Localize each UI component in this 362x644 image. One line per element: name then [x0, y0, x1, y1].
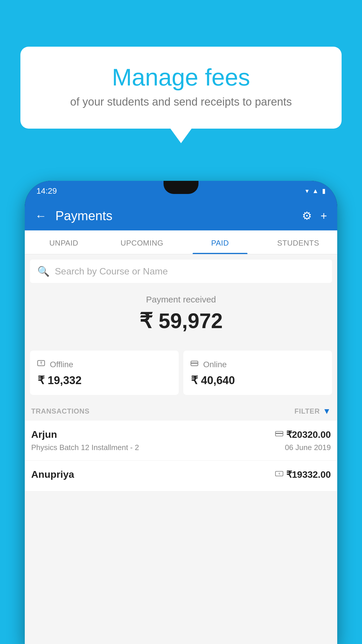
transaction-name: Anupriya	[31, 469, 74, 480]
phone-frame: 14:29 ▾ ▲ ▮ ← Payments ⚙ + UNPAID UPCOMI…	[25, 181, 337, 644]
payment-received-label: Payment received	[34, 295, 328, 304]
back-button[interactable]: ←	[35, 209, 47, 223]
transaction-amount-wrap: ₹20320.00	[275, 429, 331, 440]
app-bar-actions: ⚙ +	[302, 209, 327, 222]
online-payment-card: Online ₹ 40,640	[183, 351, 332, 395]
transaction-amount-wrap: ₹ ₹19332.00	[275, 469, 331, 480]
transaction-payment-type-icon	[275, 430, 283, 439]
bubble-title: Manage fees	[38, 64, 324, 90]
offline-card-header: ₹ Offline	[36, 359, 172, 370]
transaction-top: Anupriya ₹ ₹19332.00	[31, 469, 331, 480]
transactions-header: TRANSACTIONS FILTER ▼	[25, 401, 337, 421]
offline-label: Offline	[50, 360, 73, 369]
bubble-subtitle: of your students and send receipts to pa…	[38, 96, 324, 108]
payment-cards: ₹ Offline ₹ 19,332 Online	[25, 351, 337, 401]
svg-text:₹: ₹	[278, 472, 280, 476]
online-amount: ₹ 40,640	[191, 374, 326, 387]
status-icons: ▾ ▲ ▮	[305, 187, 326, 195]
payment-total-amount: ₹ 59,972	[34, 309, 328, 333]
search-icon: 🔍	[37, 265, 50, 277]
offline-amount: ₹ 19,332	[38, 374, 172, 387]
filter-button[interactable]: FILTER ▼	[294, 407, 331, 416]
app-bar: ← Payments ⚙ +	[25, 201, 337, 230]
wifi-icon: ▾	[305, 187, 309, 195]
phone-notch	[164, 181, 198, 194]
search-bar[interactable]: 🔍 Search by Course or Name	[30, 260, 332, 283]
transaction-name: Arjun	[31, 429, 57, 440]
status-bar: 14:29 ▾ ▲ ▮	[25, 181, 337, 201]
transactions-label: TRANSACTIONS	[31, 407, 89, 415]
app-bar-title: Payments	[55, 209, 293, 223]
transaction-amount: ₹20320.00	[286, 429, 331, 440]
transaction-amount: ₹19332.00	[286, 469, 331, 480]
offline-icon: ₹	[36, 359, 46, 370]
transaction-course: Physics Batch 12 Installment - 2	[31, 443, 139, 452]
transaction-top: Arjun ₹20320.00	[31, 429, 331, 440]
online-card-header: Online	[190, 359, 326, 370]
svg-rect-5	[275, 433, 283, 434]
speech-bubble: Manage fees of your students and send re…	[20, 47, 342, 129]
tabs-bar: UNPAID UPCOMING PAID STUDENTS	[25, 230, 337, 254]
tab-upcoming[interactable]: UPCOMING	[103, 230, 181, 254]
tab-paid[interactable]: PAID	[181, 230, 259, 254]
svg-text:₹: ₹	[40, 361, 43, 365]
battery-icon: ▮	[322, 187, 326, 195]
transaction-payment-type-icon: ₹	[275, 470, 283, 479]
transaction-date: 06 June 2019	[285, 443, 331, 452]
app-content: 🔍 Search by Course or Name Payment recei…	[25, 254, 337, 644]
tab-unpaid[interactable]: UNPAID	[25, 230, 103, 254]
search-input[interactable]: Search by Course or Name	[55, 266, 168, 277]
settings-icon[interactable]: ⚙	[302, 209, 312, 222]
tab-students[interactable]: STUDENTS	[259, 230, 337, 254]
svg-rect-3	[191, 363, 198, 364]
transaction-row[interactable]: Anupriya ₹ ₹19332.00	[25, 461, 337, 491]
filter-icon: ▼	[323, 407, 331, 416]
offline-payment-card: ₹ Offline ₹ 19,332	[30, 351, 179, 395]
online-icon	[190, 359, 199, 370]
transaction-bottom: Physics Batch 12 Installment - 2 06 June…	[31, 443, 331, 452]
payment-summary: Payment received ₹ 59,972	[25, 283, 337, 351]
transaction-row[interactable]: Arjun ₹20320.00 Physics Batch 12 Install…	[25, 421, 337, 461]
online-label: Online	[203, 360, 227, 369]
add-icon[interactable]: +	[321, 210, 327, 222]
status-time: 14:29	[36, 186, 57, 196]
filter-label: FILTER	[294, 407, 320, 415]
signal-icon: ▲	[312, 187, 319, 195]
